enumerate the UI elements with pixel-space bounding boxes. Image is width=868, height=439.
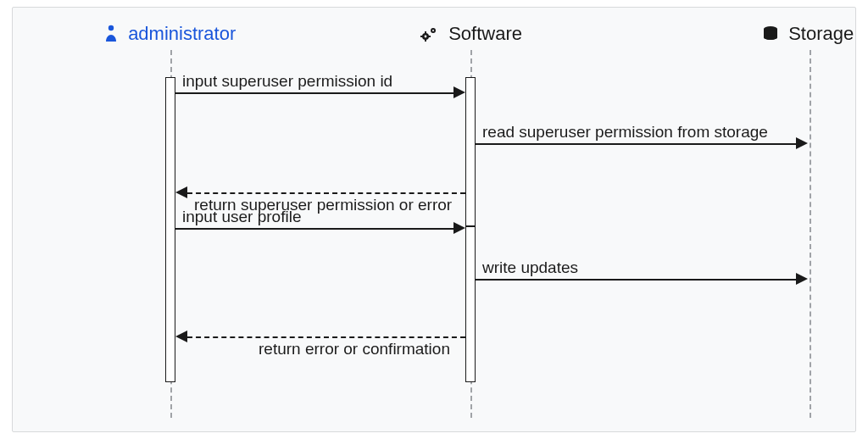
svg-point-2 xyxy=(425,36,427,38)
svg-point-8 xyxy=(432,30,434,31)
arrowhead-icon xyxy=(175,186,187,198)
message-label: input user profile xyxy=(182,208,301,226)
arrowhead-icon xyxy=(175,331,187,342)
lifeline-storage xyxy=(810,50,811,418)
sequence-diagram-frame: administrator Software Storage input sup… xyxy=(12,7,856,432)
activation-administrator xyxy=(165,77,175,382)
message-label: input superuser permission id xyxy=(182,72,392,91)
message-arrow xyxy=(175,92,455,94)
participant-administrator-label: administrator xyxy=(128,23,236,44)
svg-point-11 xyxy=(764,35,777,40)
arrowhead-icon xyxy=(796,273,808,285)
message-arrow xyxy=(187,336,465,338)
participant-administrator: administrator xyxy=(104,23,236,45)
gears-icon xyxy=(420,23,443,44)
message-arrow xyxy=(476,279,798,281)
message-arrow xyxy=(476,143,798,145)
participant-software-label: Software xyxy=(448,23,522,44)
arrowhead-icon xyxy=(453,86,465,98)
participant-software: Software xyxy=(420,23,522,45)
svg-rect-6 xyxy=(428,36,431,37)
arrowhead-icon xyxy=(453,222,465,234)
svg-rect-5 xyxy=(420,36,423,37)
message-arrow xyxy=(175,228,455,230)
participant-storage-label: Storage xyxy=(788,23,854,44)
message-label: read superuser permission from storage xyxy=(482,123,768,142)
svg-point-0 xyxy=(108,25,114,31)
person-icon xyxy=(104,23,123,44)
arrowhead-icon xyxy=(796,137,808,149)
activation-software-2 xyxy=(465,226,476,382)
database-icon xyxy=(763,23,783,44)
svg-rect-4 xyxy=(425,39,426,42)
message-label: write updates xyxy=(482,258,578,277)
message-label: return error or confirmation xyxy=(259,340,450,358)
svg-rect-3 xyxy=(425,31,426,34)
activation-software-1 xyxy=(465,77,476,226)
participant-storage: Storage xyxy=(763,23,854,45)
message-arrow xyxy=(187,192,465,194)
